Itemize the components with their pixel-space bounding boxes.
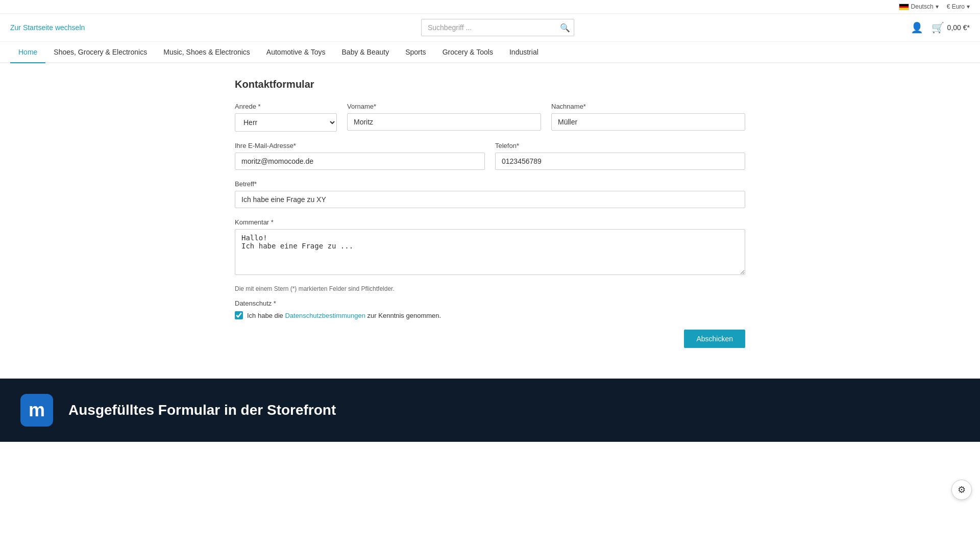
form-row-2: Ihre E-Mail-Adresse* Telefon* (235, 142, 745, 170)
cart-price: 0,00 €* (947, 23, 970, 32)
cart-icon: 🛒 (932, 21, 944, 34)
nav-item-shoes-grocery[interactable]: Shoes, Grocery & Electronics (45, 42, 155, 62)
language-label: Deutsch (911, 3, 934, 10)
nav-item-industrial[interactable]: Industrial (501, 42, 547, 62)
vorname-group: Vorname* (347, 103, 541, 132)
kommentar-group: Kommentar * (235, 218, 745, 275)
footer: m Ausgefülltes Formular in der Storefron… (0, 379, 980, 442)
checkbox-text-after: zur Kenntnis genommen. (365, 312, 441, 319)
submit-button[interactable]: Abschicken (684, 330, 745, 348)
form-row-3: Betreff* (235, 180, 745, 208)
cart-button[interactable]: 🛒 0,00 €* (932, 21, 970, 34)
email-label: Ihre E-Mail-Adresse* (235, 142, 485, 149)
top-bar: Deutsch ▾ € Euro ▾ (0, 0, 980, 14)
privacy-link[interactable]: Datenschutzbestimmungen (285, 312, 365, 319)
datenschutz-section: Datenschutz * Ich habe die Datenschutzbe… (235, 299, 745, 319)
nav-item-automotive-toys[interactable]: Automotive & Toys (258, 42, 334, 62)
required-note: Die mit einem Stern (*) markierten Felde… (235, 285, 745, 292)
language-selector[interactable]: Deutsch ▾ (899, 3, 939, 10)
anrede-group: Anrede * Herr Frau Divers (235, 103, 337, 132)
form-row-1: Anrede * Herr Frau Divers Vorname* Nachn… (235, 103, 745, 132)
nav-item-home[interactable]: Home (10, 42, 45, 63)
betreff-group: Betreff* (235, 180, 745, 208)
telefon-label: Telefon* (495, 142, 745, 149)
search-wrap: 🔍 (421, 19, 574, 36)
vorname-label: Vorname* (347, 103, 541, 110)
main-content: Kontaktformular Anrede * Herr Frau Diver… (225, 63, 755, 379)
telefon-group: Telefon* (495, 142, 745, 170)
main-nav: Home Shoes, Grocery & Electronics Music,… (0, 42, 980, 63)
checkbox-row: Ich habe die Datenschutzbestimmungen zur… (235, 311, 745, 319)
flag-de-icon (899, 4, 909, 10)
vorname-input[interactable] (347, 113, 541, 131)
betreff-input[interactable] (235, 191, 745, 208)
checkbox-text-before: Ich habe die (247, 312, 285, 319)
footer-logo: m (20, 394, 53, 427)
language-chevron-icon: ▾ (936, 3, 939, 10)
currency-label: € Euro (947, 3, 965, 10)
nav-item-baby-beauty[interactable]: Baby & Beauty (334, 42, 398, 62)
header: Zur Startseite wechseln 🔍 👤 🛒 0,00 €* (0, 14, 980, 42)
header-actions: 👤 🛒 0,00 €* (911, 21, 970, 34)
currency-chevron-icon: ▾ (967, 3, 970, 10)
email-group: Ihre E-Mail-Adresse* (235, 142, 485, 170)
footer-title: Ausgefülltes Formular in der Storefront (68, 402, 336, 418)
nachname-label: Nachname* (551, 103, 745, 110)
logo[interactable]: Zur Startseite wechseln (10, 23, 85, 32)
account-icon[interactable]: 👤 (911, 21, 923, 34)
datenschutz-checkbox[interactable] (235, 311, 243, 319)
nav-item-sports[interactable]: Sports (397, 42, 434, 62)
kommentar-label: Kommentar * (235, 218, 745, 226)
kommentar-textarea[interactable] (235, 229, 745, 275)
telefon-input[interactable] (495, 153, 745, 170)
nachname-group: Nachname* (551, 103, 745, 132)
nav-item-grocery-tools[interactable]: Grocery & Tools (434, 42, 501, 62)
search-button[interactable]: 🔍 (560, 23, 570, 33)
submit-row: Abschicken (235, 330, 745, 348)
nachname-input[interactable] (551, 113, 745, 131)
currency-selector[interactable]: € Euro ▾ (947, 3, 970, 10)
betreff-label: Betreff* (235, 180, 745, 188)
form-title: Kontaktformular (235, 79, 745, 90)
anrede-label: Anrede * (235, 103, 337, 110)
datenschutz-label: Datenschutz * (235, 299, 745, 307)
form-row-4: Kommentar * (235, 218, 745, 275)
email-input[interactable] (235, 153, 485, 170)
nav-item-music-shoes[interactable]: Music, Shoes & Electronics (155, 42, 258, 62)
anrede-select[interactable]: Herr Frau Divers (235, 113, 337, 132)
checkbox-text: Ich habe die Datenschutzbestimmungen zur… (247, 312, 441, 319)
search-input[interactable] (421, 19, 574, 36)
